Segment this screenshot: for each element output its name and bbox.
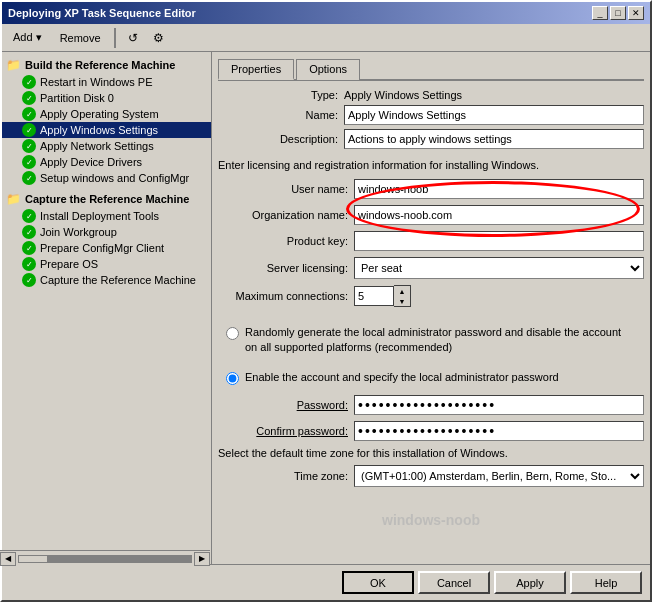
server-licensing-row: Server licensing: Per seat Per server — [218, 257, 644, 279]
apply-button[interactable]: Apply — [494, 571, 566, 594]
type-value: Apply Windows Settings — [344, 89, 644, 101]
spinner-down-button[interactable]: ▼ — [394, 296, 410, 306]
properties-grid: Type: Apply Windows Settings Name: Descr… — [218, 89, 644, 149]
remove-button[interactable]: Remove — [53, 29, 108, 47]
window-title: Deploying XP Task Sequence Editor — [8, 7, 196, 19]
timezone-label: Time zone: — [218, 470, 348, 482]
check-icon-install-deploy: ✓ — [22, 209, 36, 223]
scroll-right-button[interactable]: ▶ — [194, 552, 210, 565]
sidebar-item-partition[interactable]: ✓ Partition Disk 0 — [2, 90, 211, 106]
radio-enable-label: Enable the account and specify the local… — [245, 370, 559, 385]
product-key-input[interactable] — [354, 231, 644, 251]
spinner-buttons: ▲ ▼ — [394, 285, 411, 307]
sidebar: 📁 Build the Reference Machine ✓ Restart … — [2, 52, 212, 564]
scroll-thumb[interactable] — [18, 555, 48, 563]
user-name-input[interactable] — [354, 179, 644, 199]
org-name-input[interactable] — [354, 205, 644, 225]
sidebar-item-install-deploy-label: Install Deployment Tools — [40, 210, 159, 222]
user-name-row: User name: — [218, 179, 644, 199]
password-label-underline: Password: — [297, 399, 348, 411]
sidebar-item-setup-windows-label: Setup windows and ConfigMgr — [40, 172, 189, 184]
properties-button[interactable]: ⚙ — [148, 27, 170, 49]
radio-random-option[interactable]: Randomly generate the local administrato… — [218, 321, 644, 360]
check-icon-apply-drivers: ✓ — [22, 155, 36, 169]
sidebar-item-apply-windows[interactable]: ✓ Apply Windows Settings — [2, 122, 211, 138]
timezone-section-text: Select the default time zone for this in… — [218, 447, 644, 459]
radio-random[interactable] — [226, 327, 239, 340]
check-icon-apply-os: ✓ — [22, 107, 36, 121]
minimize-button[interactable]: _ — [592, 6, 608, 20]
sidebar-group-capture-label: Capture the Reference Machine — [25, 193, 189, 205]
password-input[interactable] — [354, 395, 644, 415]
spinner-up-button[interactable]: ▲ — [394, 286, 410, 296]
sidebar-item-apply-os-label: Apply Operating System — [40, 108, 159, 120]
sidebar-item-prepare-os[interactable]: ✓ Prepare OS — [2, 256, 211, 272]
type-label: Type: — [218, 89, 338, 101]
tab-properties[interactable]: Properties — [218, 59, 294, 80]
name-label: Name: — [218, 109, 338, 121]
product-key-label: Product key: — [218, 235, 348, 247]
radio-random-label: Randomly generate the local administrato… — [245, 325, 636, 356]
window-controls: _ □ ✕ — [592, 6, 644, 20]
toolbar-separator — [114, 28, 116, 48]
max-connections-label: Maximum connections: — [218, 290, 348, 302]
sidebar-group-build: 📁 Build the Reference Machine — [2, 56, 211, 74]
name-input[interactable] — [344, 105, 644, 125]
sidebar-item-join-workgroup-label: Join Workgroup — [40, 226, 117, 238]
tab-options[interactable]: Options — [296, 59, 360, 80]
sidebar-item-apply-drivers[interactable]: ✓ Apply Device Drivers — [2, 154, 211, 170]
sidebar-item-apply-windows-label: Apply Windows Settings — [40, 124, 158, 136]
sidebar-item-restart[interactable]: ✓ Restart in Windows PE — [2, 74, 211, 90]
close-button[interactable]: ✕ — [628, 6, 644, 20]
check-icon-apply-windows: ✓ — [22, 123, 36, 137]
check-icon-prepare-os: ✓ — [22, 257, 36, 271]
sidebar-item-join-workgroup[interactable]: ✓ Join Workgroup — [2, 224, 211, 240]
refresh-button[interactable]: ↺ — [122, 27, 144, 49]
sidebar-item-setup-windows[interactable]: ✓ Setup windows and ConfigMgr — [2, 170, 211, 186]
footer: OK Cancel Apply Help — [2, 564, 650, 600]
check-icon-capture-machine: ✓ — [22, 273, 36, 287]
description-input[interactable] — [344, 129, 644, 149]
server-licensing-select[interactable]: Per seat Per server — [354, 257, 644, 279]
add-button[interactable]: Add ▾ — [6, 28, 49, 47]
check-icon-setup-windows: ✓ — [22, 171, 36, 185]
sidebar-group-build-label: Build the Reference Machine — [25, 59, 175, 71]
sidebar-item-capture-machine-label: Capture the Reference Machine — [40, 274, 196, 286]
org-name-row: Organization name: — [218, 205, 644, 225]
ok-button[interactable]: OK — [342, 571, 414, 594]
scroll-left-button[interactable]: ◀ — [2, 552, 16, 565]
sidebar-item-apply-network[interactable]: ✓ Apply Network Settings — [2, 138, 211, 154]
check-icon-join-workgroup: ✓ — [22, 225, 36, 239]
sidebar-item-capture-machine[interactable]: ✓ Capture the Reference Machine — [2, 272, 211, 288]
maximize-button[interactable]: □ — [610, 6, 626, 20]
radio-enable-option[interactable]: Enable the account and specify the local… — [218, 366, 644, 389]
radio-enable[interactable] — [226, 372, 239, 385]
spacer — [218, 313, 644, 321]
sidebar-item-prepare-os-label: Prepare OS — [40, 258, 98, 270]
confirm-password-row: Confirm password: — [218, 421, 644, 441]
main-window: Deploying XP Task Sequence Editor _ □ ✕ … — [0, 0, 652, 602]
sidebar-item-partition-label: Partition Disk 0 — [40, 92, 114, 104]
product-key-row: Product key: — [218, 231, 644, 251]
scroll-track — [18, 555, 192, 563]
check-icon-apply-network: ✓ — [22, 139, 36, 153]
help-button[interactable]: Help — [570, 571, 642, 594]
check-icon-prepare-configmgr: ✓ — [22, 241, 36, 255]
sidebar-item-install-deploy[interactable]: ✓ Install Deployment Tools — [2, 208, 211, 224]
password-label: Password: — [218, 399, 348, 411]
sidebar-item-prepare-configmgr[interactable]: ✓ Prepare ConfigMgr Client — [2, 240, 211, 256]
sidebar-item-apply-os[interactable]: ✓ Apply Operating System — [2, 106, 211, 122]
max-connections-input[interactable] — [354, 286, 394, 306]
main-content: 📁 Build the Reference Machine ✓ Restart … — [2, 52, 650, 564]
cancel-button[interactable]: Cancel — [418, 571, 490, 594]
description-label: Description: — [218, 133, 338, 145]
sidebar-item-prepare-configmgr-label: Prepare ConfigMgr Client — [40, 242, 164, 254]
timezone-row: Time zone: (GMT+01:00) Amsterdam, Berlin… — [218, 465, 644, 487]
section-text: Enter licensing and registration informa… — [218, 159, 644, 171]
confirm-password-input[interactable] — [354, 421, 644, 441]
sidebar-item-restart-label: Restart in Windows PE — [40, 76, 152, 88]
sidebar-scrollbar[interactable]: ◀ ▶ — [2, 550, 210, 564]
check-icon-partition: ✓ — [22, 91, 36, 105]
user-name-label: User name: — [218, 183, 348, 195]
timezone-select[interactable]: (GMT+01:00) Amsterdam, Berlin, Bern, Rom… — [354, 465, 644, 487]
